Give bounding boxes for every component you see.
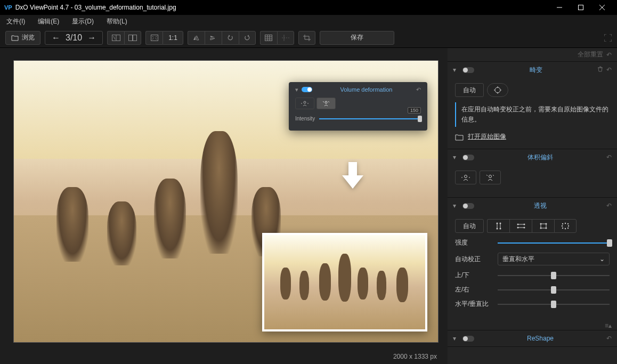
image-counter: 3/10: [66, 33, 82, 43]
prev-image-button[interactable]: ←: [50, 33, 62, 43]
distortion-auto-button[interactable]: 自动: [455, 83, 484, 97]
overlay-title: Volume deformation: [316, 86, 416, 93]
zoom-100-button[interactable]: 1:1: [163, 31, 183, 45]
panel-volume-title: 体积偏斜: [477, 153, 603, 162]
save-button[interactable]: 保存: [320, 31, 394, 45]
overlay-toggle[interactable]: [302, 87, 312, 92]
overlay-intensity-slider[interactable]: 150: [319, 115, 421, 123]
right-sidebar: 全部重置 ↶ ▾ 畸变 ↶ 自动 在应用自动畸变校正之前，需要来自原始图像文件的…: [448, 48, 617, 364]
canvas-area[interactable]: ▾ Volume deformation ↶ Intensity 150: [0, 48, 448, 349]
overlay-intensity-value: 150: [408, 107, 421, 114]
main-toolbar: 浏览 ← 3/10 → 1:1 保存: [0, 28, 617, 48]
flip-vertical-icon[interactable]: [205, 31, 222, 45]
volume-mode-diagonal-icon[interactable]: [480, 171, 501, 184]
distortion-manual-icon[interactable]: [487, 83, 508, 97]
svg-point-50: [562, 225, 563, 227]
maximize-button[interactable]: [570, 0, 591, 15]
transform-group: [188, 31, 256, 45]
distortion-warning: 在应用自动畸变校正之前，需要来自原始图像文件的信息。: [455, 102, 610, 127]
panel-volume-reset-icon[interactable]: ↶: [606, 153, 612, 161]
rotate-left-icon[interactable]: [222, 31, 239, 45]
grid-group: [260, 31, 294, 45]
svg-rect-8: [133, 35, 137, 41]
panel-perspective: ▾ 透视 ↶ 自动 强度: [448, 198, 617, 330]
open-original-button[interactable]: 打开原始图像: [455, 132, 610, 141]
perspective-hvratio-label: 水平/垂直比: [455, 300, 492, 309]
panel-distortion-collapse-icon[interactable]: ▾: [453, 66, 459, 74]
close-button[interactable]: [591, 0, 613, 15]
volume-mode-horizontal-icon[interactable]: [455, 171, 476, 184]
panel-reshape-toggle[interactable]: [462, 336, 474, 342]
perspective-autocorrect-dropdown[interactable]: 垂直和水平 ⌄: [498, 253, 610, 265]
image-dimensions: 2000 x 1333 px: [0, 349, 448, 364]
grid-icon[interactable]: [260, 31, 277, 45]
perspective-auto-button[interactable]: 自动: [455, 219, 484, 233]
menu-file[interactable]: 文件(I): [4, 16, 27, 27]
result-inset-image: [262, 233, 427, 331]
next-image-button[interactable]: →: [85, 33, 98, 43]
compare-group: [107, 31, 141, 45]
browse-label: 浏览: [22, 33, 35, 42]
perspective-updown-slider[interactable]: [498, 272, 610, 279]
zoom-fit-button[interactable]: [145, 31, 163, 45]
volume-deformation-overlay: ▾ Volume deformation ↶ Intensity 150: [289, 82, 427, 131]
panel-distortion-toggle[interactable]: [462, 67, 474, 73]
preview-image: ▾ Volume deformation ↶ Intensity 150: [13, 60, 439, 343]
panel-distortion-delete-icon[interactable]: [597, 66, 603, 74]
panel-perspective-reset-icon[interactable]: ↶: [606, 202, 612, 209]
menu-edit[interactable]: 编辑(E): [36, 16, 61, 27]
reset-all-icon[interactable]: ↶: [606, 51, 612, 59]
minimize-button[interactable]: [549, 0, 570, 15]
perspective-leftright-row: 左/右: [455, 285, 610, 294]
menu-bar: 文件(I) 编辑(E) 显示(D) 帮助(L): [0, 15, 617, 28]
perspective-autocorrect-label: 自动校正: [455, 255, 492, 264]
crop-icon[interactable]: [298, 31, 315, 45]
browse-button[interactable]: 浏览: [5, 31, 40, 45]
window-titlebar: VP DxO ViewPoint 4.7 - 03_volume_deforma…: [0, 0, 617, 15]
svg-point-18: [325, 101, 327, 103]
fullscreen-icon[interactable]: [604, 34, 612, 42]
panel-perspective-collapse-icon[interactable]: ▾: [453, 202, 459, 209]
window-controls: [549, 0, 613, 15]
svg-point-44: [565, 223, 566, 224]
svg-point-48: [565, 228, 566, 229]
panel-perspective-footer-icon[interactable]: ≡▴: [605, 322, 612, 329]
compare-side-icon[interactable]: [124, 31, 141, 45]
svg-point-46: [568, 225, 569, 227]
panel-volume-collapse-icon[interactable]: ▾: [453, 153, 459, 161]
panel-perspective-toggle[interactable]: [462, 203, 474, 209]
perspective-intensity-label: 强度: [455, 238, 492, 247]
flip-horizontal-icon[interactable]: [188, 31, 205, 45]
panel-reshape-reset-icon[interactable]: ↶: [606, 335, 612, 342]
perspective-leftright-slider[interactable]: [498, 286, 610, 294]
open-original-label: 打开原始图像: [468, 132, 506, 141]
svg-rect-9: [151, 35, 158, 41]
menu-view[interactable]: 显示(D): [70, 16, 96, 27]
overlay-mode-horizontal-icon[interactable]: [295, 98, 314, 109]
perspective-intensity-slider[interactable]: [498, 239, 610, 247]
panel-reshape-collapse-icon[interactable]: ▾: [453, 335, 459, 342]
menu-help[interactable]: 帮助(L): [104, 16, 129, 27]
panel-reshape: ▾ ReShape ↶: [448, 330, 617, 347]
app-logo: VP: [4, 4, 12, 11]
perspective-horizontals-icon[interactable]: [509, 219, 532, 233]
perspective-hvratio-slider[interactable]: [498, 301, 610, 308]
perspective-autocorrect-value: 垂直和水平: [502, 255, 534, 264]
rotate-right-icon[interactable]: [239, 31, 256, 45]
panel-reshape-title: ReShape: [477, 335, 603, 342]
perspective-verticals-icon[interactable]: [487, 219, 509, 233]
overlay-collapse-icon[interactable]: ▾: [295, 86, 298, 93]
svg-rect-42: [541, 224, 546, 228]
overlay-reset-icon[interactable]: ↶: [416, 86, 421, 93]
svg-point-43: [562, 223, 563, 224]
reset-all-button[interactable]: 全部重置: [578, 50, 603, 59]
panel-volume-toggle[interactable]: [462, 155, 474, 160]
guide-icon[interactable]: [277, 31, 294, 45]
panel-distortion-reset-icon[interactable]: ↶: [606, 66, 612, 74]
panel-perspective-title: 透视: [477, 201, 603, 211]
compare-split-icon[interactable]: [107, 31, 124, 45]
overlay-mode-diagonal-icon[interactable]: [316, 98, 336, 109]
svg-point-17: [304, 101, 306, 103]
perspective-8point-icon[interactable]: [554, 219, 577, 233]
perspective-rect-icon[interactable]: [532, 219, 554, 233]
